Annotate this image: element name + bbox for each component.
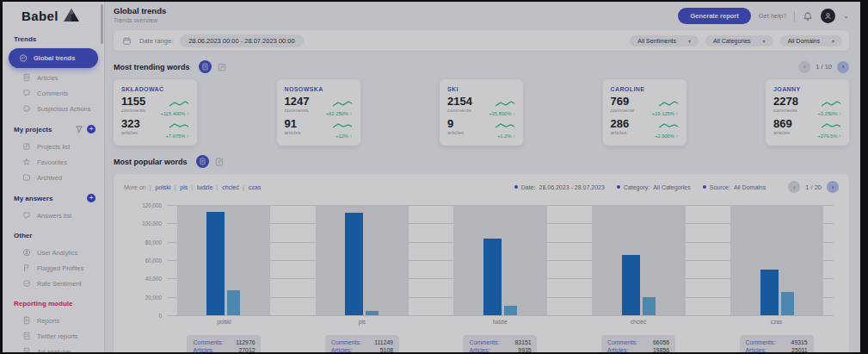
sidebar-item-global-trends[interactable]: Global trends [9,48,98,68]
add-project-button[interactable]: + [87,125,95,134]
articles-bar[interactable] [643,297,656,315]
app-window: Babel Trends Global trends Articles Comm… [3,2,860,352]
popular-section-header: Most popular words [114,155,849,168]
stat-box: Comments:49315 Articles:25011 [740,335,814,352]
comments-change: +62.250% ↑ [326,111,353,116]
articles-count: 91 [285,118,301,129]
sidebar-item-label: Articles [37,74,58,82]
trending-card[interactable]: SKI 2154 comments +35.800% ↑ 9 articles … [440,79,523,146]
report-word-icon[interactable] [199,60,212,73]
sidebar-item-twitter-reports[interactable]: Twitter reports [3,328,104,344]
word-link[interactable]: pis [174,184,188,190]
popular-next-button[interactable]: › [827,181,839,193]
trending-page-indicator: 1 / 10 [816,63,832,71]
page-title: Global trends [114,6,166,16]
chevron-down-icon: ▾ [688,38,691,44]
sidebar-item-flagged-profiles[interactable]: Flagged Profiles [3,260,104,276]
ad-analyzer-icon [22,347,31,352]
y-tick: 60,000 [126,258,162,264]
comments-icon [22,89,31,97]
comments-bar[interactable] [345,213,363,315]
logo-text: Babel [22,9,58,23]
sidebar-item-user-analytics[interactable]: User Analytics [3,245,104,260]
chevron-down-icon: ▾ [832,38,834,44]
sentiments-dropdown[interactable]: All Sentiments ▾ [630,35,699,47]
comments-bar[interactable] [483,239,502,315]
sidebar-item-reports[interactable]: Reports [3,313,104,328]
popular-page-indicator: 1 / 20 [805,183,822,191]
chart-group [730,205,823,315]
divider [794,11,795,22]
trending-prev-button[interactable]: ‹ [798,61,810,73]
sparkline-icon [821,122,841,130]
word-link[interactable]: czas [243,184,261,190]
reports-icon [22,316,31,325]
comments-count: 1247 [285,96,310,107]
sidebar-item-comments[interactable]: Comments [3,85,104,101]
comments-bar[interactable] [622,255,640,315]
generate-report-button[interactable]: Generate report [678,8,750,24]
sidebar-section-my-projects: My projects + [3,125,104,134]
bell-icon[interactable] [803,11,813,22]
avatar[interactable] [821,9,835,23]
edit-icon[interactable] [214,157,225,167]
sidebar-item-articles[interactable]: Articles [3,70,104,85]
trending-section-header: Most trending words ‹ 1 / 10 › [114,60,849,73]
trend-icon [19,53,28,63]
popular-section-title: Most popular words [114,158,188,166]
articles-count: 869 [773,118,792,129]
sidebar-item-label: Ad analyzer [37,348,71,353]
categories-dropdown[interactable]: All Categories ▾ [705,35,773,47]
trending-card[interactable]: SKŁADOWAĆ 1155 comments +115.400% ↑ 323 … [114,79,197,146]
trending-card[interactable]: NOSOWSKA 1247 comments +62.250% ↑ 91 art… [277,79,360,146]
sidebar-item-label: Flagged Profiles [37,264,83,272]
trending-section-title: Most trending words [114,63,190,71]
trending-card[interactable]: CAROLINE 769 comments +19.125% ↑ 286 art… [603,79,686,146]
domains-dropdown[interactable]: All Domains ▾ [780,35,842,47]
main-content: Global trends Trends overview Generate r… [105,2,860,352]
manage-projects-icon[interactable] [75,125,83,134]
articles-change: +12% ↑ [332,134,353,139]
section-label: Reporting module [14,300,72,307]
report-word-icon[interactable] [196,155,209,168]
articles-label: articles [447,130,464,135]
sidebar-section-other: Other [3,232,104,239]
articles-bar[interactable] [227,290,240,315]
word-link[interactable]: chcieć [216,184,239,190]
add-answer-button[interactable]: + [87,194,95,202]
edit-icon[interactable] [217,62,227,72]
date-range-label: Date range: [139,37,173,45]
trending-word: SKI [447,86,515,92]
comments-label: comments [611,108,635,113]
sidebar-item-label: Reports [37,317,59,325]
sidebar-scrollbar[interactable] [101,4,103,44]
trending-next-button[interactable]: › [837,61,849,73]
articles-bar[interactable] [781,292,794,315]
sidebar-item-suspicious-actions[interactable]: Suspicious Actions [3,101,104,116]
comments-bar[interactable] [760,270,779,315]
comments-bar[interactable] [206,212,225,316]
domains-dropdown-value: All Domains [788,38,820,44]
sidebar-item-ad-analyzer[interactable]: Ad analyzer [3,344,104,352]
articles-change: +279.5% ↑ [817,134,841,139]
sidebar-item-rate-sentiment[interactable]: Rate Sentiment [3,276,104,291]
comments-label: comments [447,108,472,113]
sidebar-item-favourites[interactable]: Favourites [3,154,104,170]
date-range-value[interactable]: 28.06.2023 00:00 - 28.07.2023 00:00 [180,34,303,47]
chevron-down-icon[interactable]: ⌄ [843,12,849,20]
sidebar-item-answers-list[interactable]: Answers list [3,208,104,223]
trending-card[interactable]: JOANNY 2278 comments +3.250% ↑ 869 artic… [766,79,849,146]
popular-prev-button[interactable]: ‹ [788,181,800,193]
sidebar-item-projects-list[interactable]: Projects list [3,139,104,154]
stat-box: Comments:66056 Articles:19856 [601,335,675,352]
chart-group [177,205,270,315]
sidebar-item-archived[interactable]: Archived [3,170,104,185]
sparkline-icon [658,100,679,108]
word-link[interactable]: polski [150,184,171,190]
get-help-link[interactable]: Get help? [759,12,787,20]
word-link[interactable]: ludzie [191,184,212,190]
projects-list-icon [22,142,31,151]
articles-bar[interactable] [504,306,517,315]
articles-bar[interactable] [366,311,379,315]
x-tick: chcieć [592,319,685,325]
